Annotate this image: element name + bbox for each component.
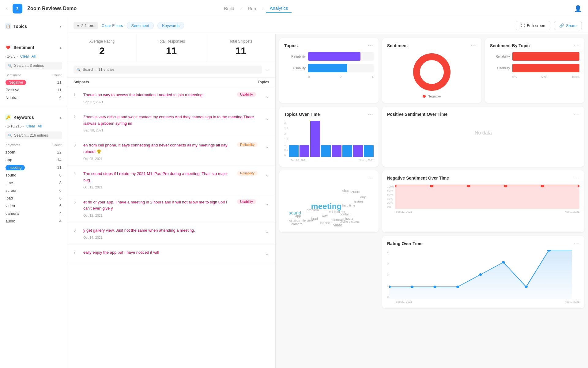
keyword-row[interactable]: zoom22 <box>6 149 62 156</box>
sentiment-search-input[interactable] <box>14 63 59 68</box>
sentiment-header[interactable]: ❤️ Sentiment ▲ <box>5 42 62 53</box>
snippet-tag[interactable]: Usability <box>237 199 256 204</box>
snippet-item[interactable]: 6y get gallery view. Just not the same w… <box>67 222 275 245</box>
filter-count-badge[interactable]: ≡ 2 filters <box>74 22 98 29</box>
keyword-row[interactable]: screen6 <box>6 187 62 194</box>
share-button[interactable]: 🔗 Share <box>554 21 582 30</box>
keyword-row[interactable]: meeting11 <box>6 164 62 171</box>
sentiment-count: 6 <box>45 94 62 101</box>
sbt-usability-row: Usability <box>490 64 579 72</box>
keyword-row[interactable]: app14 <box>6 156 62 163</box>
svg-point-8 <box>504 185 507 187</box>
snippet-list: 1There's no way to access the informatio… <box>67 87 275 368</box>
snippet-expand-icon[interactable]: ⌄ <box>265 200 269 206</box>
keyword-row[interactable]: audio4 <box>6 218 62 225</box>
snippets-search-input[interactable] <box>83 67 259 72</box>
user-icon[interactable]: 👤 <box>574 5 582 12</box>
snippet-text: Zoom is very difficult and won't contact… <box>83 114 262 127</box>
snippet-date: Sep 27, 2021 <box>83 100 233 104</box>
snippet-item[interactable]: 7eally enjoy the app but I have noticed … <box>67 245 275 263</box>
snippets-more-icon[interactable]: ··· <box>266 67 269 72</box>
keywords-clear[interactable]: Clear <box>26 124 35 128</box>
sentiment-card-header: Sentiment ··· <box>387 43 477 48</box>
wordcloud-more[interactable]: ··· <box>368 175 374 181</box>
sentiment-prev[interactable]: ‹ <box>5 55 6 58</box>
keyword-row[interactable]: sound8 <box>6 172 62 179</box>
keyword-row[interactable]: camera4 <box>6 210 62 217</box>
sbt-card-more[interactable]: ··· <box>574 43 579 48</box>
wc-zoom: zoom <box>351 190 360 194</box>
sentiment-next[interactable]: › <box>17 55 18 58</box>
snippet-expand-icon[interactable]: ⌄ <box>265 143 269 149</box>
snippet-item[interactable]: 3en from cell phone. It says connecting … <box>67 137 275 166</box>
snippet-expand-icon[interactable]: ⌄ <box>265 251 269 256</box>
fullscreen-button[interactable]: ⛶ Fullscreen <box>516 21 550 30</box>
snippet-expand-icon[interactable]: ⌄ <box>265 93 269 99</box>
snippet-item[interactable]: 2Zoom is very difficult and won't contac… <box>67 109 275 138</box>
keywords-pager: ‹ 1-10/216 › <box>5 124 24 128</box>
keywords-header[interactable]: 🔑 Keywords ▲ <box>5 112 62 123</box>
snippet-expand-icon[interactable]: ⌄ <box>265 229 269 234</box>
sentiment-row[interactable]: Positive11 <box>6 86 62 93</box>
snippet-expand-icon[interactable]: ⌄ <box>265 115 269 121</box>
sentiment-table: Sentiment Count Negative11Positive11Neut… <box>5 71 62 102</box>
neg-sot-more[interactable]: ··· <box>574 175 579 181</box>
keyword-label: zoom <box>6 149 43 156</box>
total-responses-value: 11 <box>143 45 200 57</box>
sentiment-count: 11 <box>45 86 62 93</box>
topics-card-more[interactable]: ··· <box>368 43 374 48</box>
keywords-prev[interactable]: ‹ <box>5 125 6 128</box>
donut-legend: Negative <box>423 94 441 98</box>
sentiment-card-more[interactable]: ··· <box>471 43 477 48</box>
wc-way: way <box>322 214 328 217</box>
topics-header[interactable]: 📋 Topics ▼ <box>5 21 62 32</box>
sentiment-all[interactable]: All <box>32 54 36 59</box>
snippet-tag[interactable]: Reliability <box>237 142 258 147</box>
keywords-all[interactable]: All <box>38 124 42 128</box>
snippet-tag[interactable]: Reliability <box>237 171 258 176</box>
keywords-filter-tag[interactable]: Keywords <box>157 22 184 29</box>
sentiment-filter-tag[interactable]: Sentiment <box>127 22 154 29</box>
keywords-next[interactable]: › <box>23 125 24 128</box>
sentiment-chevron: ▲ <box>59 46 62 49</box>
pos-sot-more[interactable]: ··· <box>574 112 579 117</box>
topics-card-title: Topics <box>284 43 298 48</box>
snippet-body: Zoom is very difficult and won't contact… <box>83 114 262 132</box>
nav-links: Build › Run › Analytics <box>221 4 292 13</box>
pos-sot-no-data: No data <box>387 121 579 145</box>
count-col-header: Count <box>45 72 62 78</box>
sentiment-label: Neutral <box>6 94 44 101</box>
keyword-count: 6 <box>44 187 62 194</box>
rot-card-header: Rating Over Time ··· <box>387 241 579 246</box>
keywords-search-input[interactable] <box>14 133 59 138</box>
keyword-row[interactable]: ipad6 <box>6 195 62 202</box>
clear-filters-button[interactable]: Clear Filters <box>102 23 123 28</box>
keyword-row[interactable]: time8 <box>6 179 62 186</box>
sentiment-row[interactable]: Negative11 <box>6 79 62 86</box>
keyword-label: meeting <box>6 164 43 171</box>
positive-sot-card: Positive Sentiment Over Time ··· No data <box>382 107 584 167</box>
topics-bar-chart: Reliability Usability 0 <box>284 52 374 79</box>
back-button[interactable]: ‹ <box>6 6 8 11</box>
rot-card-more[interactable]: ··· <box>574 241 579 246</box>
keyword-row[interactable]: video6 <box>6 202 62 209</box>
snippet-item[interactable]: 1There's no way to access the informatio… <box>67 87 275 109</box>
snippet-number: 2 <box>74 114 80 119</box>
nav-analytics[interactable]: Analytics <box>266 4 292 13</box>
sentiment-clear[interactable]: Clear <box>20 54 29 59</box>
svg-point-7 <box>467 185 470 187</box>
svg-point-6 <box>430 185 434 187</box>
snippet-expand-icon[interactable]: ⌄ <box>265 172 269 178</box>
snippet-date: Sep 30, 2021 <box>83 128 262 132</box>
sentiment-row[interactable]: Neutral6 <box>6 94 62 101</box>
word-cloud-card: ··· meeting sound chat zoom day issues h… <box>279 170 379 232</box>
tot-card-more[interactable]: ··· <box>368 112 374 117</box>
snippet-tag[interactable]: Usability <box>237 92 256 97</box>
snippet-item[interactable]: 4The sound stops if I rotate my 2021 M1 … <box>67 166 275 194</box>
nav-build[interactable]: Build <box>221 5 238 12</box>
nav-run[interactable]: Run <box>244 5 260 12</box>
total-snippets-value: 11 <box>212 45 269 57</box>
sentiment-icon: ❤️ <box>5 44 11 51</box>
snippet-item[interactable]: 5et rid of your app. I have a meeting in… <box>67 194 275 223</box>
sentiment-title: ❤️ Sentiment <box>5 44 34 51</box>
